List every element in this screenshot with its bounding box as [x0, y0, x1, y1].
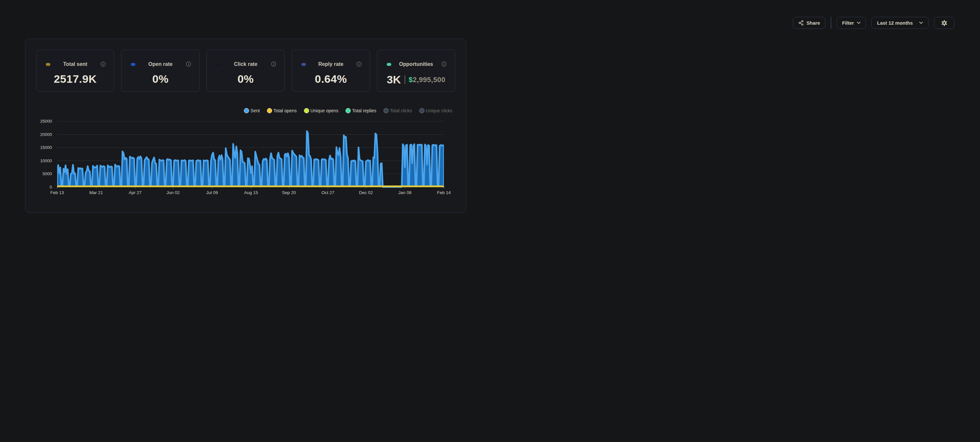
legend-swatch — [345, 108, 351, 113]
svg-text:i: i — [188, 62, 189, 66]
x-axis-label: Dec 02 — [355, 190, 377, 195]
y-axis-label: 5000 — [32, 171, 52, 176]
svg-text:i: i — [358, 62, 360, 66]
legend-item-total-replies[interactable]: Total replies — [345, 108, 376, 113]
analytics-panel: Total sent i 2517.9K Open rate i 0% Clic… — [25, 39, 466, 213]
stat-card-value: 2517.9K — [37, 73, 114, 86]
stat-card-reply-rate: Reply rate i 0.64% — [291, 50, 370, 92]
stat-card-click-rate: Click rate i 0% — [207, 50, 285, 92]
legend-label: Unique opens — [310, 108, 338, 113]
y-axis-label: 25000 — [32, 119, 52, 124]
legend-label: Unique clicks — [426, 108, 452, 113]
x-axis-label: Jul 09 — [200, 190, 223, 195]
sent-series-chart[interactable] — [57, 121, 444, 189]
x-axis-label: Feb 14 — [433, 190, 455, 195]
y-axis-label: 10000 — [32, 158, 52, 163]
x-axis-label: Jun 02 — [162, 190, 185, 195]
info-icon[interactable]: i — [100, 61, 106, 67]
stat-card-total-sent: Total sent i 2517.9K — [36, 50, 114, 92]
x-axis-label: Jan 08 — [393, 190, 416, 195]
legend-label: Total clicks — [390, 108, 412, 113]
legend-swatch — [244, 108, 249, 113]
legend-swatch — [383, 108, 389, 113]
legend-item-total-opens[interactable]: Total opens — [267, 108, 297, 113]
chart-legend: SentTotal opensUnique opensTotal replies… — [244, 108, 452, 113]
legend-item-unique-clicks[interactable]: Unique clicks — [419, 108, 452, 113]
opportunities-amount: $2,995,500 — [409, 76, 445, 84]
info-icon[interactable]: i — [271, 61, 276, 67]
value-divider — [405, 75, 405, 84]
stat-card-value: 0% — [207, 73, 285, 86]
amount-text: 2,995,500 — [413, 76, 445, 84]
stat-cards-row: Total sent i 2517.9K Open rate i 0% Clic… — [36, 50, 455, 92]
legend-item-unique-opens[interactable]: Unique opens — [304, 108, 338, 113]
x-axis-label: Apr 27 — [124, 190, 146, 195]
legend-label: Sent — [250, 108, 260, 113]
opportunities-count: 3K — [387, 73, 401, 86]
legend-item-total-clicks[interactable]: Total clicks — [383, 108, 412, 113]
legend-label: Total replies — [352, 108, 376, 113]
info-icon[interactable]: i — [441, 61, 447, 67]
info-icon[interactable]: i — [356, 61, 362, 67]
svg-text:i: i — [273, 62, 274, 66]
y-axis-label: 0 — [32, 185, 52, 190]
stat-card-opportunities: Opportunities i 3K $2,995,500 — [377, 50, 455, 92]
x-axis-label: Mar 21 — [85, 190, 108, 195]
dollar-sign: $ — [409, 76, 413, 84]
stat-card-open-rate: Open rate i 0% — [121, 50, 199, 92]
x-axis-label: Aug 15 — [240, 190, 262, 195]
stat-card-value: 0.64% — [292, 73, 369, 86]
legend-label: Total opens — [274, 108, 297, 113]
y-axis-label: 15000 — [32, 145, 52, 150]
stat-card-value: 0% — [121, 73, 199, 86]
svg-text:i: i — [444, 62, 445, 66]
x-axis-label: Feb 13 — [46, 190, 68, 195]
svg-text:i: i — [103, 62, 104, 66]
legend-item-sent[interactable]: Sent — [244, 108, 260, 113]
x-axis-label: Sep 20 — [278, 190, 301, 195]
legend-swatch — [304, 108, 309, 113]
y-axis-label: 20000 — [32, 132, 52, 137]
legend-swatch — [419, 108, 425, 113]
legend-swatch — [267, 108, 272, 113]
x-axis-label: Oct 27 — [317, 190, 339, 195]
opportunities-value-row: 3K $2,995,500 — [377, 73, 455, 86]
info-icon[interactable]: i — [186, 61, 191, 67]
